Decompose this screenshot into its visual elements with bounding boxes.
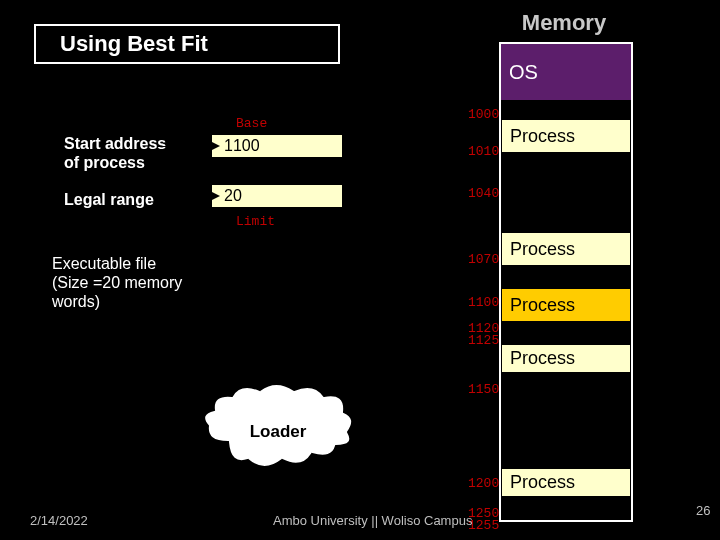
base-register-value: 1100 — [224, 137, 260, 155]
arrow-start-base-head — [212, 142, 220, 150]
memory-segment-process-2: Process — [501, 232, 631, 266]
limit-caption: Limit — [236, 214, 275, 229]
addr-1125: 1125 — [468, 333, 499, 348]
memory-segment-os: OS — [501, 44, 631, 100]
slide-title: Using Best Fit — [60, 31, 208, 57]
addr-1040: 1040 — [468, 186, 499, 201]
addr-1150: 1150 — [468, 382, 499, 397]
loader-label: Loader — [198, 422, 358, 442]
addr-1000: 1000 — [468, 107, 499, 122]
addr-1100: 1100 — [468, 295, 499, 310]
executable-file-label: Executable file (Size =20 memory words) — [52, 254, 202, 312]
memory-segment-process-5: Process — [501, 468, 631, 497]
base-caption: Base — [236, 116, 267, 131]
memory-bar: OS Process Process Process Process Proce… — [499, 42, 633, 522]
addr-1010: 1010 — [468, 144, 499, 159]
arrow-legal-limit — [157, 196, 211, 197]
addr-1255: 1255 — [468, 518, 499, 533]
legal-range-label: Legal range — [64, 190, 154, 209]
base-register-box: 1100 — [211, 134, 343, 158]
addr-1070: 1070 — [468, 252, 499, 267]
limit-register-value: 20 — [224, 187, 242, 205]
memory-segment-process-3: Process — [501, 288, 631, 322]
arrow-legal-limit-head — [212, 192, 220, 200]
arrow-start-base — [157, 146, 211, 147]
footer-date: 2/14/2022 — [30, 513, 88, 528]
memory-heading: Memory — [499, 10, 629, 36]
start-address-label: Start address of process — [64, 134, 184, 172]
footer-center: Ambo University || Woliso Campus — [273, 513, 472, 528]
footer-page: 26 — [696, 503, 710, 518]
memory-segment-process-1: Process — [501, 119, 631, 153]
slide-title-bar: Using Best Fit — [34, 24, 340, 64]
memory-segment-process-4: Process — [501, 344, 631, 373]
addr-1200: 1200 — [468, 476, 499, 491]
limit-register-box: 20 — [211, 184, 343, 208]
loader-cloud: Loader — [198, 382, 358, 474]
